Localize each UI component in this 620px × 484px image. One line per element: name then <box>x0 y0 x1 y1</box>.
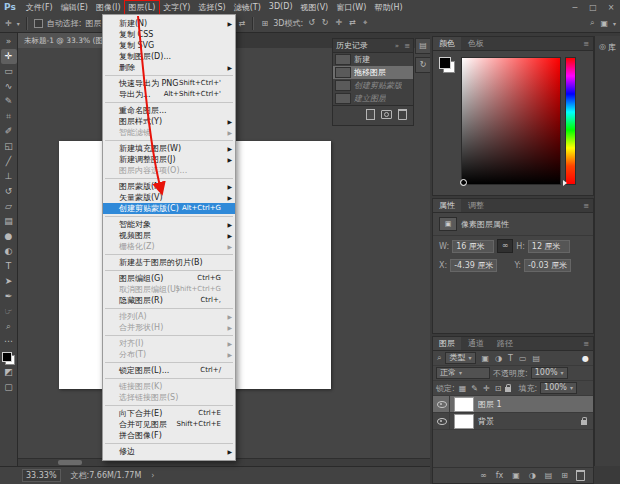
workspace-caret-icon[interactable]: ▾ <box>613 20 616 27</box>
close-button[interactable]: × <box>602 3 620 12</box>
type-tool[interactable]: T <box>1 259 17 274</box>
layer-menu-item[interactable]: 隐藏图层(R)Ctrl+, <box>103 295 235 306</box>
marquee-tool[interactable]: ▭ <box>1 64 17 79</box>
eyedropper-tool[interactable]: ✐ <box>1 124 17 139</box>
menubar-item[interactable]: 选择(S) <box>194 1 229 14</box>
collapse-panel-icon[interactable]: » <box>395 42 399 50</box>
collapse-toolbar-icon[interactable]: » <box>1 34 17 49</box>
layer-menu-item[interactable]: 图层样式(Y)▶ <box>103 116 235 127</box>
libraries-icon[interactable]: ◎ <box>599 42 606 51</box>
layer-menu-item[interactable]: 复制 CSS <box>103 29 235 40</box>
layers-panel-tab[interactable]: 路径 <box>491 337 519 350</box>
new-snapshot-icon[interactable] <box>381 110 392 119</box>
filter-type-dropdown[interactable]: 类型 ▾ <box>445 352 475 364</box>
layer-menu-item[interactable]: 新建调整图层(J)▶ <box>103 154 235 165</box>
history-panel-title[interactable]: 历史记录 <box>336 40 368 51</box>
layer-menu-item[interactable]: 拼合图像(F) <box>103 430 235 441</box>
height-field[interactable]: 12 厘米 <box>528 240 570 253</box>
layer-menu-item[interactable]: 分布(T)▶ <box>103 349 235 360</box>
layer-menu-item[interactable]: 锁定图层(L)...Ctrl+/ <box>103 365 235 376</box>
orbit-3d-icon[interactable]: ↺ <box>307 18 316 28</box>
layer-style-icon[interactable]: fx <box>495 471 505 480</box>
hue-slider-marker[interactable] <box>563 180 567 186</box>
layer-menu-item[interactable]: 修边▶ <box>103 446 235 457</box>
layer-menu-item[interactable]: 合并形状(H)▶ <box>103 322 235 333</box>
history-state-item[interactable]: 建立图层 <box>333 92 413 105</box>
layer-menu-item[interactable]: 复制 SVG <box>103 40 235 51</box>
layer-menu-item[interactable]: 智能滤镜▶ <box>103 127 235 138</box>
lock-pixels-icon[interactable]: ✎ <box>470 384 479 393</box>
scrollbar-thumb[interactable] <box>58 460 82 465</box>
menubar-item[interactable]: 3D(D) <box>265 1 297 14</box>
filter-type-icon[interactable]: T <box>507 354 514 363</box>
libraries-label[interactable]: 库 <box>608 42 616 53</box>
y-field[interactable]: -0.03 厘米 <box>524 259 571 272</box>
search-icon[interactable]: ⌕ <box>589 18 595 28</box>
lock-all-icon[interactable] <box>505 387 511 392</box>
menubar-item[interactable]: 文字(Y) <box>159 1 194 14</box>
dodge-tool[interactable]: ◐ <box>1 244 17 259</box>
minimize-button[interactable]: ─ <box>566 3 584 12</box>
layer-menu-item[interactable]: 新建填充图层(W)▶ <box>103 143 235 154</box>
delete-layer-icon[interactable] <box>576 470 585 481</box>
panel-menu-icon[interactable]: ≡ <box>583 40 593 48</box>
zoom-tool[interactable]: ⌕ <box>1 319 17 334</box>
adjustment-layer-icon[interactable]: ◑ <box>528 471 537 480</box>
pen-tool[interactable]: ✒ <box>1 289 17 304</box>
filter-pixel-icon[interactable]: ▣ <box>481 354 491 363</box>
hue-slider[interactable] <box>565 57 576 185</box>
new-layer-icon[interactable]: ⊞ <box>560 471 569 480</box>
layer-menu-item[interactable]: 矢量蒙版(V)▶ <box>103 192 235 203</box>
menubar-item[interactable]: 图层(L) <box>125 1 160 14</box>
lasso-tool[interactable]: ∿ <box>1 79 17 94</box>
lock-position-icon[interactable]: ✛ <box>482 384 491 393</box>
layer-menu-item[interactable]: 图层蒙版(M)▶ <box>103 181 235 192</box>
toolbar-color-swatch[interactable] <box>2 352 15 365</box>
color-panel-tab[interactable]: 颜色 <box>433 37 461 50</box>
workspace-icon[interactable]: ▣ <box>599 19 609 28</box>
quick-selection-tool[interactable]: ✎ <box>1 94 17 109</box>
layer-thumbnail[interactable] <box>454 414 474 429</box>
filter-shape-icon[interactable]: ▭ <box>518 354 528 363</box>
zoom-level-field[interactable]: 33.33% <box>22 469 61 482</box>
layer-menu-item[interactable]: 图层内容选项(O)... <box>103 165 235 176</box>
menubar-item[interactable]: 帮助(H) <box>370 1 406 14</box>
quick-mask-button[interactable]: ◩ <box>1 365 17 380</box>
lock-transparent-icon[interactable]: ▦ <box>458 384 468 393</box>
opacity-dropdown[interactable]: 100% ▾ <box>531 367 568 379</box>
layer-menu-item[interactable]: 选择链接图层(S) <box>103 392 235 403</box>
panel-menu-icon[interactable]: ≡ <box>583 202 593 210</box>
foreground-color-swatch[interactable] <box>2 352 12 362</box>
layer-menu-item[interactable]: 排列(A)▶ <box>103 311 235 322</box>
tool-preset-caret-icon[interactable]: ▾ <box>17 20 20 27</box>
link-layers-icon[interactable]: ∞ <box>479 471 488 480</box>
layer-row[interactable]: 图层 1 <box>433 396 593 413</box>
collapsed-info-panel-icon[interactable]: ▤ <box>415 38 431 54</box>
properties-panel-tab[interactable]: 调整 <box>462 199 490 212</box>
menubar-item[interactable]: 窗口(W) <box>332 1 370 14</box>
distribute-grid-icon[interactable]: ⊞ <box>260 19 269 28</box>
eraser-tool[interactable]: ▱ <box>1 199 17 214</box>
panel-menu-icon[interactable]: ≡ <box>583 340 593 348</box>
gradient-tool[interactable]: ▤ <box>1 214 17 229</box>
properties-panel-tab[interactable]: 属性 <box>433 199 461 212</box>
menubar-item[interactable]: 编辑(E) <box>57 1 92 14</box>
filter-search-icon[interactable]: ⌕ <box>436 353 442 363</box>
layer-menu-item[interactable]: 复制图层(D)... <box>103 51 235 62</box>
layer-menu-item[interactable]: 栅格化(Z)▶ <box>103 241 235 252</box>
crop-tool[interactable]: ⌗ <box>1 109 17 124</box>
healing-brush-tool[interactable]: ◱ <box>1 139 17 154</box>
filter-smart-object-icon[interactable]: ▤ <box>532 354 542 363</box>
saturation-brightness-picker[interactable] <box>461 57 561 185</box>
layer-menu-item[interactable]: 重命名图层... <box>103 105 235 116</box>
menubar-item[interactable]: 图像(I) <box>92 1 125 14</box>
zoom-3d-icon[interactable]: ⌖ <box>362 18 369 28</box>
color-panel-tab[interactable]: 色板 <box>462 37 490 50</box>
blend-mode-dropdown[interactable]: 正常 ▾ <box>436 367 490 379</box>
auto-select-dropdown[interactable]: 图层 <box>85 18 101 29</box>
layer-thumbnail[interactable] <box>454 397 474 412</box>
panel-menu-icon[interactable]: ≡ <box>404 42 410 50</box>
layer-menu-item[interactable]: 删除▶ <box>103 62 235 73</box>
layer-row[interactable]: 背景 <box>433 413 593 430</box>
history-brush-tool[interactable]: ↺ <box>1 184 17 199</box>
